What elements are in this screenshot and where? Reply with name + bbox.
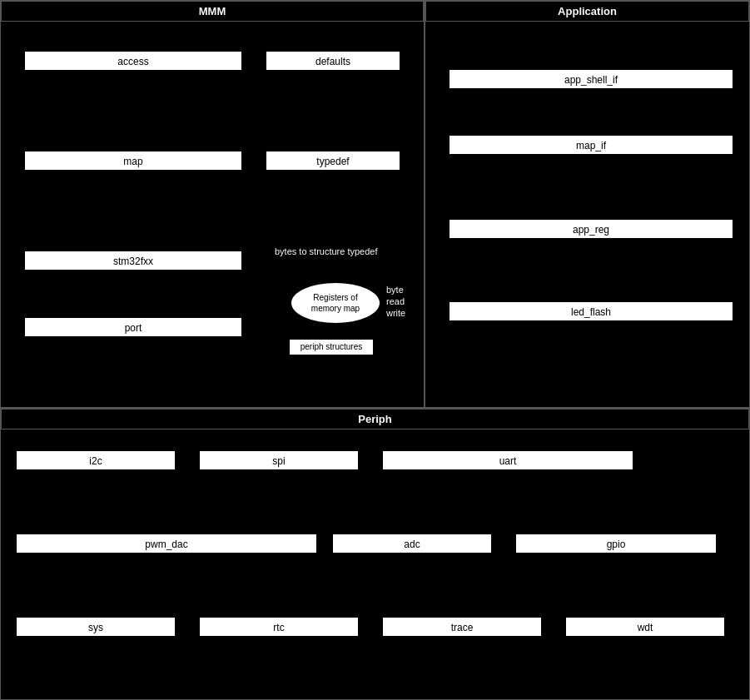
pwm-dac-module[interactable]: pwm_dac — [17, 534, 316, 553]
byte-label: byte — [386, 285, 404, 295]
typedef-module[interactable]: typedef — [266, 151, 400, 170]
gpio-module[interactable]: gpio — [516, 534, 716, 553]
write-label: write — [386, 308, 405, 318]
map-if-module[interactable]: map_if — [450, 136, 733, 154]
app-shell-if-module[interactable]: app_shell_if — [450, 70, 733, 88]
stm32fxx-module[interactable]: stm32fxx — [25, 251, 241, 270]
application-section: Application — [425, 0, 750, 408]
periph-structures-label: periph structures — [290, 340, 373, 355]
i2c-module[interactable]: i2c — [17, 451, 175, 469]
spi-module[interactable]: spi — [200, 451, 358, 469]
port-module[interactable]: port — [25, 318, 241, 336]
access-module[interactable]: access — [25, 52, 241, 70]
application-header: Application — [425, 1, 749, 22]
rtc-module[interactable]: rtc — [200, 618, 358, 636]
defaults-module[interactable]: defaults — [266, 52, 400, 70]
adc-module[interactable]: adc — [333, 534, 491, 553]
sys-module[interactable]: sys — [17, 618, 175, 636]
read-label: read — [386, 296, 405, 306]
bytes-to-structure-label: bytes to structure typedef — [275, 246, 378, 256]
led-flash-module[interactable]: led_flash — [450, 302, 733, 320]
app-reg-module[interactable]: app_reg — [450, 220, 733, 238]
wdt-module[interactable]: wdt — [566, 618, 724, 636]
registers-memory-ellipse: Registers ofmemory map — [290, 281, 381, 325]
mmm-header: MMM — [1, 1, 424, 22]
periph-header: Periph — [1, 409, 749, 429]
map-module[interactable]: map — [25, 151, 241, 170]
uart-module[interactable]: uart — [383, 451, 633, 469]
trace-module[interactable]: trace — [383, 618, 541, 636]
